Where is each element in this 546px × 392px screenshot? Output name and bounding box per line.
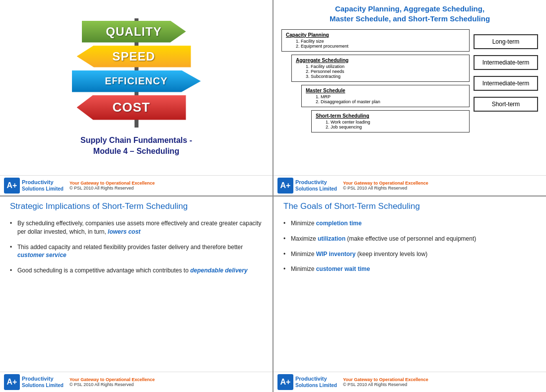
slide4-content: The Goals of Short-Term Scheduling Minim… — [273, 196, 546, 372]
bullet-3: Good scheduling is a competitive advanta… — [10, 266, 263, 275]
highlight-customer-wait-time: customer wait time — [316, 265, 370, 272]
diag-box-master: Master Schedule MRP Disaggregation of ma… — [301, 85, 470, 107]
diag-box-aggregate: Aggregate Scheduling Facility utilizatio… — [291, 55, 470, 82]
logo-icon: A+ — [277, 374, 293, 390]
logo-box: A+ Productivity Solutions Limited — [277, 374, 337, 390]
logo-icon: A+ — [4, 178, 20, 194]
slide1-content: QUALITY SPEED EFFICIENCY COST Supply Cha… — [0, 0, 273, 175]
slide3-footer: A+ Productivity Solutions Limited Your G… — [0, 372, 273, 392]
footer-tagline: Your Gateway to Operational Excellence — [69, 377, 155, 382]
sign-speed: SPEED — [77, 46, 191, 67]
bullet-2: This added capacity and related flexibil… — [10, 243, 263, 260]
term-short: Short-term — [474, 97, 538, 112]
footer-right: Your Gateway to Operational Excellence ©… — [343, 377, 428, 387]
bullet-wip: Minimize WIP inventory (keep inventory l… — [283, 250, 536, 259]
logo-text: Productivity Solutions Limited — [295, 179, 337, 192]
logo-line2: Solutions Limited — [22, 186, 64, 192]
sign-quality: QUALITY — [82, 21, 186, 43]
slide2-footer: A+ Productivity Solutions Limited Your G… — [273, 175, 546, 196]
diagram-container: Capacity Planning Facility size Equipmen… — [279, 27, 540, 171]
footer-tagline: Your Gateway to Operational Excellence — [69, 181, 155, 186]
logo-line1: Productivity — [22, 179, 64, 186]
bullet-wait: Minimize customer wait time — [283, 265, 536, 273]
logo-box: A+ Productivity Solutions Limited — [4, 374, 64, 390]
bullet-completion: Minimize completion time — [283, 219, 536, 228]
footer-right: Your Gateway to Operational Excellence ©… — [343, 181, 428, 191]
logo-line2: Solutions Limited — [22, 383, 64, 389]
footer-right: Your Gateway to Operational Excellence ©… — [69, 181, 155, 191]
slide1-title: Supply Chain Fundamentals - Module 4 – S… — [80, 135, 192, 157]
term-intermediate1: Intermediate-term — [474, 55, 538, 70]
term-long: Long-term — [474, 34, 538, 49]
slide4-title: The Goals of Short-Term Scheduling — [283, 201, 536, 211]
slide4-bullets: Minimize completion time Maximize utiliz… — [283, 219, 536, 367]
slide-1: QUALITY SPEED EFFICIENCY COST Supply Cha… — [0, 0, 273, 196]
slide1-footer: A+ Productivity Solutions Limited Your G… — [0, 175, 273, 196]
slide4-footer: A+ Productivity Solutions Limited Your G… — [273, 372, 546, 392]
logo-line2: Solutions Limited — [295, 186, 337, 192]
signs-container: QUALITY SPEED EFFICIENCY COST — [67, 18, 206, 128]
term-intermediate2: Intermediate-term — [474, 76, 538, 91]
footer-copyright: © PSL 2010 All Rights Reserved — [343, 382, 428, 387]
footer-copyright: © PSL 2010 All Rights Reserved — [69, 186, 155, 191]
slide2-content: Capacity Planning, Aggregate Scheduling,… — [273, 0, 546, 175]
footer-tagline: Your Gateway to Operational Excellence — [343, 377, 428, 382]
logo-text: Productivity Solutions Limited — [22, 376, 64, 388]
logo-text: Productivity Solutions Limited — [22, 179, 64, 192]
logo-icon: A+ — [4, 374, 20, 390]
footer-copyright: © PSL 2010 All Rights Reserved — [69, 382, 155, 387]
highlight-lowers-cost: lowers cost — [108, 228, 140, 235]
sign-efficiency: EFFICIENCY — [72, 70, 201, 92]
highlight-completion-time: completion time — [316, 220, 362, 227]
slide2-title: Capacity Planning, Aggregate Scheduling,… — [279, 4, 540, 23]
logo-line2: Solutions Limited — [295, 383, 337, 389]
slide3-title: Strategic Implications of Short-Term Sch… — [10, 201, 263, 211]
slide-4: The Goals of Short-Term Scheduling Minim… — [273, 196, 546, 392]
bullet-utilization: Maximize utilization (make effective use… — [283, 235, 536, 243]
highlight-utilization: utilization — [318, 235, 345, 242]
logo-line1: Productivity — [295, 179, 337, 186]
slide-3: Strategic Implications of Short-Term Sch… — [0, 196, 273, 392]
sign-cost: COST — [77, 95, 186, 120]
footer-copyright: © PSL 2010 All Rights Reserved — [343, 186, 428, 191]
logo-icon: A+ — [277, 178, 293, 194]
slide-2: Capacity Planning, Aggregate Scheduling,… — [273, 0, 546, 196]
slide3-content: Strategic Implications of Short-Term Sch… — [0, 196, 273, 372]
slide3-bullets: By scheduling effectively, companies use… — [10, 219, 263, 367]
diag-box-shortterm: Short-term Scheduling Work center loadin… — [311, 110, 470, 132]
diag-box-capacity: Capacity Planning Facility size Equipmen… — [281, 29, 470, 52]
diagram-left: Capacity Planning Facility size Equipmen… — [281, 29, 470, 132]
highlight-wip-inventory: WIP inventory — [316, 251, 356, 258]
logo-box: A+ Productivity Solutions Limited — [4, 178, 64, 194]
logo-text: Productivity Solutions Limited — [295, 376, 337, 388]
logo-line1: Productivity — [22, 376, 64, 382]
footer-right: Your Gateway to Operational Excellence ©… — [69, 377, 155, 387]
footer-tagline: Your Gateway to Operational Excellence — [343, 181, 428, 186]
logo-box: A+ Productivity Solutions Limited — [277, 178, 337, 194]
highlight-customer-service: customer service — [17, 252, 67, 259]
diagram-right: Long-term Intermediate-term Intermediate… — [474, 29, 538, 112]
highlight-dependable-delivery: dependable delivery — [190, 267, 247, 274]
bullet-1: By scheduling effectively, companies use… — [10, 219, 263, 236]
logo-line1: Productivity — [295, 376, 337, 382]
